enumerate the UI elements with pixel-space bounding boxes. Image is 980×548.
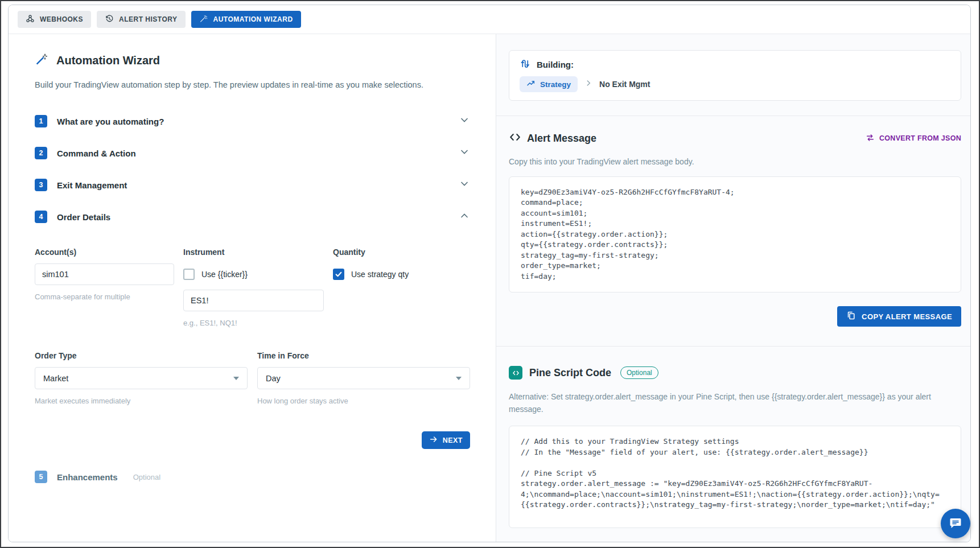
alert-message-code-block[interactable]: key=dZ90Ez3amiV4Y-oz5-R2G6h2HFcCfGYfmcF8… xyxy=(509,176,961,292)
step-5-header[interactable]: 5 Enhancements Optional xyxy=(35,462,470,492)
history-icon xyxy=(105,14,114,25)
step-2-header[interactable]: 2 Command & Action xyxy=(35,137,470,169)
order-type-value: Market xyxy=(43,374,68,383)
order-type-helper: Market executes immediately xyxy=(35,397,248,405)
tab-webhooks[interactable]: WEBHOOKS xyxy=(18,11,91,28)
order-type-group: Order Type Market Market executes immedi… xyxy=(35,351,248,405)
accounts-input[interactable] xyxy=(35,263,174,285)
alert-message-subtitle: Copy this into your TradingView alert me… xyxy=(509,157,961,166)
strategy-chip[interactable]: Strategy xyxy=(520,76,578,92)
pine-script-code-block[interactable]: // Add this to your TradingView Strategy… xyxy=(509,426,961,528)
copy-alert-message-button[interactable]: COPY ALERT MESSAGE xyxy=(837,306,961,327)
quantity-field-group: Quantity Use strategy qty xyxy=(333,248,470,327)
building-card: Building: Strategy No Exit Mgm xyxy=(509,50,961,101)
next-button[interactable]: NEXT xyxy=(422,431,470,449)
instrument-helper: e.g., ES1!, NQ1! xyxy=(183,319,324,327)
chat-fab-button[interactable] xyxy=(941,509,970,538)
use-ticker-label: Use {{ticker}} xyxy=(201,270,248,279)
use-strategy-qty-checkbox-row[interactable]: Use strategy qty xyxy=(333,263,470,285)
wizard-panel: Automation Wizard Build your TradingView… xyxy=(9,34,496,542)
use-ticker-checkbox[interactable] xyxy=(183,269,195,280)
tab-automation-wizard[interactable]: AUTOMATION WIZARD xyxy=(191,11,301,28)
use-strategy-qty-checkbox[interactable] xyxy=(333,269,344,280)
app-window: WEBHOOKS ALERT HISTORY AUTOMATION WIZARD xyxy=(8,5,971,542)
dropdown-arrow-icon xyxy=(233,377,239,380)
accounts-field-group: Account(s) Comma-separate for multiple xyxy=(35,248,174,327)
preview-panel: Building: Strategy No Exit Mgm xyxy=(496,34,970,542)
instrument-field-group: Instrument Use {{ticker}} e.g., ES1!, NQ… xyxy=(183,248,324,327)
step-5-number: 5 xyxy=(35,471,47,483)
main-split: Automation Wizard Build your TradingView… xyxy=(9,34,970,542)
wand-icon xyxy=(35,52,48,69)
section-divider xyxy=(496,116,970,116)
tab-automation-wizard-label: AUTOMATION WIZARD xyxy=(213,15,293,23)
arrow-right-icon xyxy=(429,435,438,446)
tab-webhooks-label: WEBHOOKS xyxy=(40,15,83,23)
top-tab-bar: WEBHOOKS ALERT HISTORY AUTOMATION WIZARD xyxy=(9,5,970,34)
step-5-label: Enhancements xyxy=(57,472,118,482)
instrument-input[interactable] xyxy=(183,290,324,311)
tif-select[interactable]: Day xyxy=(257,367,470,389)
step-4-number: 4 xyxy=(35,211,47,223)
tif-label: Time in Force xyxy=(257,351,470,360)
tab-alert-history[interactable]: ALERT HISTORY xyxy=(97,11,186,28)
section-divider xyxy=(496,346,970,347)
chevron-down-icon xyxy=(459,114,470,128)
step-4-header[interactable]: 4 Order Details xyxy=(35,201,470,233)
step-4-label: Order Details xyxy=(57,212,110,222)
wizard-steps: 1 What are you automating? 2 Command & A… xyxy=(35,105,470,492)
step-5-optional-badge: Optional xyxy=(133,473,160,481)
pine-script-subtitle: Alternative: Set strategy.order.alert_me… xyxy=(509,391,961,415)
step-2-number: 2 xyxy=(35,147,47,159)
convert-from-json-label: CONVERT FROM JSON xyxy=(879,134,961,142)
copy-alert-message-label: COPY ALERT MESSAGE xyxy=(862,312,952,321)
dropdown-arrow-icon xyxy=(456,377,462,380)
tif-helper: How long order stays active xyxy=(257,397,470,405)
chevron-down-icon xyxy=(459,146,470,160)
code-icon xyxy=(509,131,521,146)
route-icon xyxy=(520,59,530,71)
trending-up-icon xyxy=(526,79,536,90)
webhook-icon xyxy=(26,14,35,25)
swap-horiz-icon xyxy=(866,133,875,144)
step-1-label: What are you automating? xyxy=(57,117,164,126)
tif-value: Day xyxy=(266,374,281,383)
step-1-number: 1 xyxy=(35,115,47,127)
chevron-up-icon xyxy=(459,210,470,224)
quantity-label: Quantity xyxy=(333,248,470,257)
step-3-header[interactable]: 3 Exit Management xyxy=(35,169,470,201)
step-1-header[interactable]: 1 What are you automating? xyxy=(35,105,470,137)
use-ticker-checkbox-row[interactable]: Use {{ticker}} xyxy=(183,263,324,285)
order-details-body: Account(s) Comma-separate for multiple I… xyxy=(35,233,470,449)
wand-icon xyxy=(199,14,208,25)
page-title-row: Automation Wizard xyxy=(35,52,470,69)
page-title: Automation Wizard xyxy=(56,54,160,67)
step-3-number: 3 xyxy=(35,179,47,191)
tif-group: Time in Force Day How long order stays a… xyxy=(257,351,470,405)
strategy-chip-label: Strategy xyxy=(540,80,571,89)
chat-icon xyxy=(949,516,962,531)
accounts-label: Account(s) xyxy=(35,248,174,257)
building-label: Building: xyxy=(537,60,574,69)
tab-alert-history-label: ALERT HISTORY xyxy=(119,15,178,23)
convert-from-json-button[interactable]: CONVERT FROM JSON xyxy=(866,133,961,144)
order-type-select[interactable]: Market xyxy=(35,367,248,389)
chevron-right-icon xyxy=(584,79,592,89)
pine-script-icon xyxy=(509,366,522,380)
pine-optional-badge: Optional xyxy=(620,366,658,379)
accounts-helper: Comma-separate for multiple xyxy=(35,292,174,301)
pine-script-title: Pine Script Code xyxy=(529,367,611,379)
page-subtitle: Build your TradingView automation step b… xyxy=(35,80,470,89)
order-type-label: Order Type xyxy=(35,351,248,360)
instrument-label: Instrument xyxy=(183,248,324,257)
breadcrumb: No Exit Mgmt xyxy=(599,80,650,89)
next-button-label: NEXT xyxy=(443,436,463,444)
chevron-down-icon xyxy=(459,178,470,192)
step-3-label: Exit Management xyxy=(57,180,127,190)
copy-icon xyxy=(846,311,856,322)
step-2-label: Command & Action xyxy=(57,149,136,158)
alert-message-title: Alert Message xyxy=(527,133,596,145)
use-strategy-qty-label: Use strategy qty xyxy=(351,270,409,279)
